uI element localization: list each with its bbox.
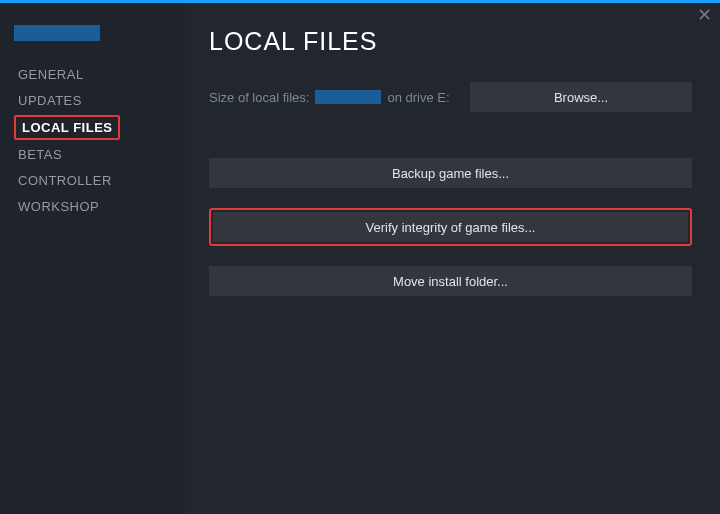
browse-button[interactable]: Browse... xyxy=(470,82,692,112)
verify-highlight-frame: Verify integrity of game files... xyxy=(209,208,692,246)
sidebar-item-workshop[interactable]: WORKSHOP xyxy=(14,195,103,218)
main-panel: LOCAL FILES Size of local files: on driv… xyxy=(185,3,720,514)
size-row: Size of local files: on drive E: Browse.… xyxy=(209,82,692,112)
sidebar-item-updates[interactable]: UPDATES xyxy=(14,89,86,112)
backup-button[interactable]: Backup game files... xyxy=(209,158,692,188)
size-label: Size of local files: xyxy=(209,90,309,105)
sidebar: GENERAL UPDATES LOCAL FILES BETAS CONTRO… xyxy=(0,3,185,514)
drive-label: on drive E: xyxy=(387,90,449,105)
verify-button[interactable]: Verify integrity of game files... xyxy=(213,212,688,242)
sidebar-item-general[interactable]: GENERAL xyxy=(14,63,88,86)
page-title: LOCAL FILES xyxy=(209,27,692,56)
sidebar-item-betas[interactable]: BETAS xyxy=(14,143,66,166)
move-button[interactable]: Move install folder... xyxy=(209,266,692,296)
sidebar-item-controller[interactable]: CONTROLLER xyxy=(14,169,116,192)
game-title-highlight xyxy=(14,25,100,41)
close-icon[interactable]: ✕ xyxy=(697,6,712,24)
sidebar-item-local-files[interactable]: LOCAL FILES xyxy=(14,115,120,140)
size-value-highlight xyxy=(315,90,381,104)
